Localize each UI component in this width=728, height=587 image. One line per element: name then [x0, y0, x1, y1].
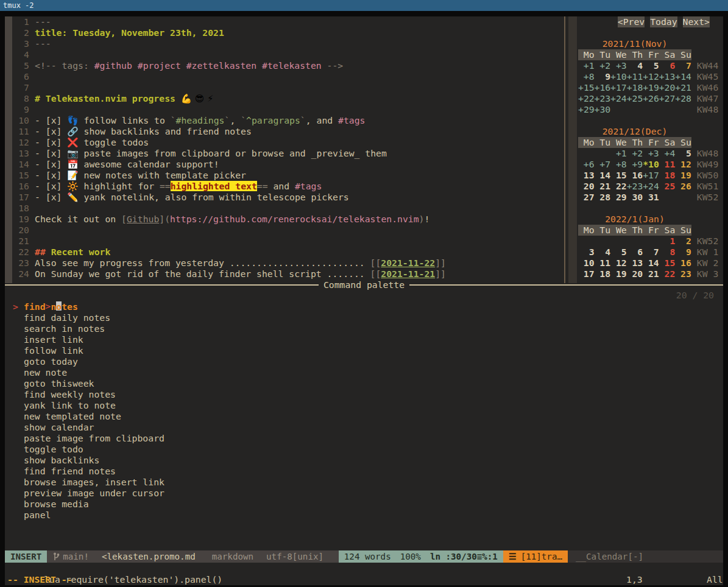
calendar-day[interactable]: 12	[610, 258, 627, 269]
calendar-day[interactable]: +1	[578, 60, 595, 71]
editor-line[interactable]: 12- [x] ❌ toggle todos	[12, 137, 564, 148]
calendar-day[interactable]: 18	[595, 269, 611, 279]
calendar-day[interactable]: +4	[659, 148, 676, 159]
calendar-day[interactable]: 30	[627, 192, 643, 203]
calendar-day[interactable]: +13	[659, 71, 676, 82]
calendar-day[interactable]: 9	[675, 247, 691, 258]
calendar-day[interactable]: +2	[595, 60, 611, 71]
palette-item[interactable]: show calendar	[13, 422, 164, 433]
calendar-day[interactable]: 3	[578, 247, 595, 258]
editor-line[interactable]: 17- [x] ✏️ yank notelink, also from with…	[12, 192, 564, 203]
calendar-day[interactable]: 15	[659, 258, 676, 269]
calendar-day[interactable]: 13	[627, 258, 643, 269]
calendar-day[interactable]: 20	[627, 269, 643, 279]
editor-line[interactable]: 1---	[12, 16, 564, 27]
calendar-day[interactable]: +24	[643, 181, 659, 192]
calendar-scrollbar[interactable]	[568, 16, 577, 283]
calendar-day[interactable]: 27	[578, 192, 595, 203]
editor-line[interactable]: 20	[12, 225, 564, 236]
palette-item[interactable]: paste image from clipboard	[13, 433, 164, 444]
buffer-tab[interactable]: ☰[11]tra…	[503, 550, 568, 563]
palette-item[interactable]: goto thisweek	[13, 378, 164, 389]
calendar-day[interactable]: +9	[627, 159, 643, 170]
editor-line[interactable]: 14- [x] 📅 awesome calendar support!	[12, 159, 564, 170]
palette-item[interactable]: show backlinks	[13, 455, 164, 466]
calendar-day[interactable]: 1	[659, 236, 676, 247]
calendar-day[interactable]: +26	[643, 93, 659, 104]
calendar-day[interactable]: +19	[643, 82, 659, 93]
calendar-day[interactable]: 13	[578, 170, 595, 181]
calendar-day[interactable]: +11	[627, 71, 643, 82]
editor-line[interactable]: 22## Recent work	[12, 247, 564, 258]
palette-item[interactable]: find friend notes	[13, 466, 164, 477]
calendar-day[interactable]: 5	[610, 247, 627, 258]
calendar-prev-button[interactable]: <Prev	[618, 16, 645, 27]
calendar-day[interactable]: 16	[627, 170, 643, 181]
palette-item[interactable]: find weekly notes	[13, 389, 164, 400]
calendar-day[interactable]: 22	[610, 181, 627, 192]
editor-line[interactable]: 9	[12, 104, 564, 115]
calendar-day[interactable]: 8	[659, 247, 676, 258]
calendar-day[interactable]: 9	[595, 71, 611, 82]
calendar-day[interactable]: 26	[675, 181, 691, 192]
calendar-day[interactable]: 25	[659, 181, 676, 192]
calendar-day[interactable]: +2	[627, 148, 643, 159]
calendar-next-button[interactable]: Next>	[683, 16, 710, 27]
calendar-day[interactable]: 23	[675, 269, 691, 279]
calendar-day[interactable]: 19	[675, 170, 691, 181]
calendar-day[interactable]: +23	[595, 93, 611, 104]
editor-scrollbar[interactable]	[5, 16, 12, 283]
calendar-day[interactable]: +1	[610, 148, 627, 159]
calendar-day[interactable]: +7	[595, 159, 611, 170]
palette-item[interactable]: find daily notes	[13, 312, 164, 323]
calendar-day[interactable]: 22	[659, 269, 676, 279]
calendar-day[interactable]: 4	[627, 60, 643, 71]
editor-line[interactable]: 21	[12, 236, 564, 247]
calendar-day[interactable]: 11	[595, 258, 611, 269]
calendar-day[interactable]: 14	[643, 258, 659, 269]
editor-line[interactable]: 19Check it out on [Github](https://githu…	[12, 214, 564, 225]
calendar-day[interactable]: 16	[675, 258, 691, 269]
calendar-day[interactable]: +25	[627, 93, 643, 104]
palette-item[interactable]: goto today	[13, 356, 164, 367]
calendar-day[interactable]: 5	[643, 60, 659, 71]
calendar-day[interactable]: 4	[595, 247, 611, 258]
calendar-day[interactable]: 20	[578, 181, 595, 192]
calendar-day[interactable]: +15	[578, 82, 595, 93]
calendar-day[interactable]: +18	[627, 82, 643, 93]
calendar-day[interactable]: 7	[675, 60, 691, 71]
editor-line[interactable]: 6	[12, 71, 564, 82]
palette-item[interactable]: preview image under cursor	[13, 488, 164, 499]
calendar-day[interactable]: +30	[595, 104, 611, 115]
editor-line[interactable]: 5<!-- tags: #github #project #zettelkast…	[12, 60, 564, 71]
calendar-day[interactable]: 6	[627, 247, 643, 258]
palette-item[interactable]: follow link	[13, 345, 164, 356]
calendar-day[interactable]: +12	[643, 71, 659, 82]
palette-item[interactable]: browse media	[13, 499, 164, 510]
calendar-day[interactable]: +29	[578, 104, 595, 115]
calendar-day[interactable]: +3	[643, 148, 659, 159]
editor-line[interactable]: 8# Telekasten.nvim progress 💪 😎 ⚡	[12, 93, 564, 104]
calendar-day[interactable]: +21	[675, 82, 691, 93]
calendar-day[interactable]: +14	[675, 71, 691, 82]
palette-item[interactable]: toggle todo	[13, 444, 164, 455]
calendar-day[interactable]: 7	[643, 247, 659, 258]
calendar-day[interactable]: +8	[610, 159, 627, 170]
calendar-day[interactable]: 15	[610, 170, 627, 181]
calendar-day[interactable]: +3	[610, 60, 627, 71]
calendar-day[interactable]: 14	[595, 170, 611, 181]
palette-item[interactable]: new note	[13, 367, 164, 378]
editor-line[interactable]: 10- [x] 👣 follow links to `#headings`, `…	[12, 115, 564, 126]
calendar-day[interactable]: +10	[610, 71, 627, 82]
editor-line[interactable]: 3---	[12, 38, 564, 49]
calendar-day[interactable]: +16	[595, 82, 611, 93]
calendar-day[interactable]: 19	[610, 269, 627, 279]
calendar-day[interactable]: 5	[675, 148, 691, 159]
calendar-day[interactable]: +17	[610, 82, 627, 93]
command-palette-prompt[interactable]: > 20 / 20	[13, 290, 719, 301]
palette-item[interactable]: panel	[13, 510, 164, 521]
palette-item[interactable]: new templated note	[13, 411, 164, 422]
palette-item[interactable]: insert link	[13, 334, 164, 345]
calendar-day[interactable]: 21	[643, 269, 659, 279]
editor-line[interactable]: 11- [x] 🔗 show backlinks and friend note…	[12, 126, 564, 137]
